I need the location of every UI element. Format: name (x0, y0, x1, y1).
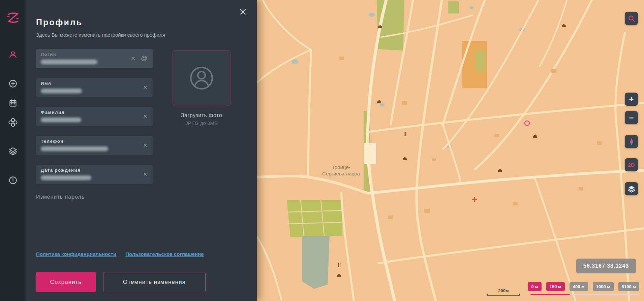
clear-icon[interactable]: × (143, 170, 147, 178)
last-name-field[interactable]: Фамилия × (36, 107, 153, 126)
map-scale-bar: 200м (487, 288, 520, 296)
sidebar-item-profile[interactable] (0, 47, 26, 62)
page-subtitle: Здесь Вы можете изменить настройки своег… (36, 32, 165, 38)
map-layers-button[interactable] (625, 182, 638, 195)
field-label: Логин (41, 52, 56, 57)
zoom-slider[interactable] (530, 294, 639, 295)
close-icon (239, 8, 247, 16)
compass-button[interactable] (625, 135, 638, 148)
first-name-field[interactable]: Имя × (36, 78, 153, 97)
sidebar-item-calendar[interactable] (0, 96, 26, 110)
scale-button-150m[interactable]: 150 м (546, 282, 565, 291)
logo-z-icon (5, 10, 20, 25)
clear-icon[interactable]: × (131, 54, 135, 63)
page-title: Профиль (36, 18, 83, 27)
birthdate-field[interactable]: Дата рождения × (36, 165, 153, 184)
compass-needle-icon (626, 137, 637, 147)
close-button[interactable] (238, 7, 248, 17)
at-icon: @ (141, 55, 147, 62)
info-icon (8, 176, 18, 185)
map[interactable]: Троице- Сергиева лавра + − 2D 56.3167 38… (257, 0, 644, 301)
zoom-slider-fill (530, 294, 570, 295)
field-label: Фамилия (41, 110, 65, 115)
map-tiles (257, 0, 644, 301)
map-2d-mode-button[interactable]: 2D (625, 158, 638, 171)
sidebar-item-info[interactable] (0, 173, 26, 188)
photo-upload-hint: JPEG до 3МБ (173, 120, 231, 126)
avatar-placeholder-icon (187, 63, 216, 93)
field-value-redacted (41, 60, 97, 64)
change-password-link[interactable]: Изменить пароль (36, 194, 85, 200)
privacy-policy-link[interactable]: Политика конфиденциальности (36, 251, 116, 257)
photo-upload-label: Загрузить фото (173, 112, 231, 119)
scale-bar-line (487, 294, 520, 296)
app-screen: Троице- Сергиева лавра + − 2D 56.3167 38… (0, 0, 644, 301)
form-actions: Сохранить Отменить изменения (36, 272, 206, 292)
field-value-redacted (41, 146, 108, 151)
profile-form: Логин × @ Имя × Фамилия × Телефон × (36, 49, 153, 194)
login-field[interactable]: Логин × @ (36, 49, 153, 68)
clear-icon[interactable]: × (143, 112, 147, 121)
plus-circle-icon (8, 79, 18, 88)
calendar-icon (8, 99, 18, 108)
sidebar-item-add[interactable] (0, 76, 26, 91)
field-value-redacted (41, 118, 81, 122)
zoom-in-button[interactable]: + (625, 93, 638, 106)
clear-icon[interactable]: × (143, 83, 147, 92)
app-logo[interactable] (0, 7, 26, 28)
field-label: Имя (41, 81, 51, 86)
legal-links: Политика конфиденциальности Пользователь… (36, 251, 204, 257)
scale-button-400m[interactable]: 400 м (570, 282, 588, 291)
layers-icon (8, 146, 18, 156)
field-value-redacted (41, 89, 82, 93)
layers-icon (627, 185, 636, 193)
scale-button-1000m[interactable]: 1000 м (593, 282, 614, 291)
scale-buttons: 0 м 150 м 400 м 1000 м 8100 м (528, 282, 639, 291)
field-label: Дата рождения (41, 168, 81, 173)
sidebar-item-layers[interactable] (0, 143, 26, 158)
scale-button-0m[interactable]: 0 м (528, 282, 541, 291)
coordinates-readout: 56.3167 38.1243 (576, 259, 636, 273)
search-icon (627, 14, 636, 23)
user-agreement-link[interactable]: Пользовательское соглашение (125, 251, 204, 257)
person-icon (8, 50, 18, 59)
sidebar-item-services[interactable] (0, 115, 26, 130)
clear-icon[interactable]: × (143, 141, 147, 149)
scale-button-8100m[interactable]: 8100 м (618, 282, 639, 291)
profile-panel: Профиль Здесь Вы можете изменить настрой… (26, 0, 257, 301)
save-button[interactable]: Сохранить (36, 272, 96, 292)
zoom-out-button[interactable]: − (625, 111, 638, 124)
photo-upload-section: Загрузить фото JPEG до 3МБ (173, 50, 231, 126)
field-value-redacted (41, 175, 91, 180)
phone-field[interactable]: Телефон × (36, 136, 153, 155)
cancel-button[interactable]: Отменить изменения (103, 272, 206, 292)
map-place-label: Троице- Сергиева лавра (304, 164, 378, 177)
field-label: Телефон (41, 139, 64, 144)
map-search-button[interactable] (625, 12, 638, 25)
scale-bar-label: 200м (487, 288, 520, 293)
clover-icon (8, 118, 18, 127)
photo-upload-dropzone[interactable] (173, 50, 231, 106)
sidebar (0, 0, 26, 301)
